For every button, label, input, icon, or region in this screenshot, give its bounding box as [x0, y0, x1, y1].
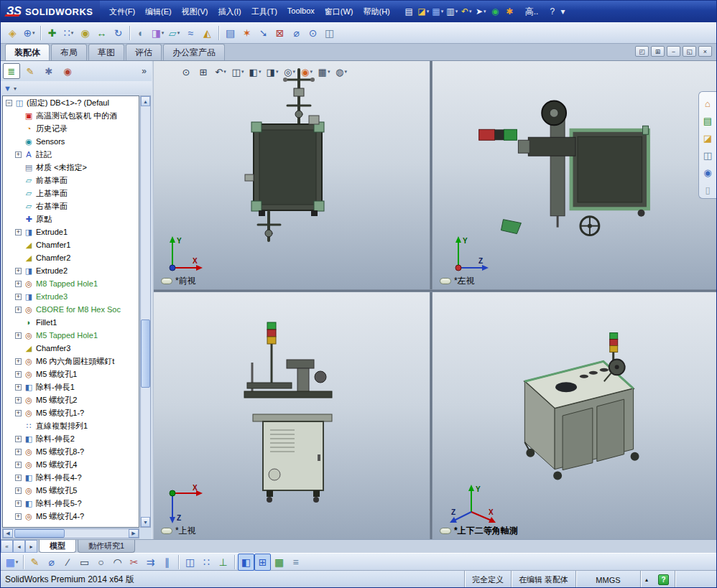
expand-icon[interactable]: +	[15, 294, 22, 300]
menu-item-5[interactable]: Toolbox	[282, 4, 320, 20]
next-tab-button[interactable]: ▸	[25, 540, 37, 553]
dropdown-arrow-icon[interactable]: ▾	[427, 9, 430, 14]
custom-properties-tab[interactable]: ▯	[701, 183, 714, 196]
tree-item[interactable]: ◗Fillet1	[3, 316, 139, 329]
tree-item[interactable]: ◢Chamfer1	[3, 238, 139, 251]
open-document-button[interactable]: ◪▾	[417, 4, 430, 19]
scroll-up-icon[interactable]: ▲	[141, 96, 150, 106]
options-button[interactable]: ✱	[503, 4, 517, 19]
viewport-splitter-vertical[interactable]	[430, 61, 432, 539]
dropdown-arrow-icon[interactable]: ▾	[162, 30, 165, 36]
expand-icon[interactable]: +	[15, 500, 22, 507]
command-tab-2[interactable]: 草图	[88, 44, 124, 60]
dropdown-arrow-icon[interactable]: ▾	[71, 30, 74, 36]
new-document-button[interactable]: ▤	[402, 4, 416, 19]
expand-icon[interactable]: +	[15, 397, 22, 403]
dropdown-arrow-icon[interactable]: ▾	[177, 30, 180, 36]
tree-item[interactable]: +◧除料-伸長4-?	[3, 471, 139, 484]
menu-item-4[interactable]: 工具(T)	[246, 4, 282, 20]
four-view-button[interactable]: ⊞	[254, 554, 271, 571]
help-button[interactable]: ? ▾	[550, 4, 570, 19]
zoom-to-fit-button[interactable]: ⊙	[178, 64, 194, 80]
convert-entities-button[interactable]: ⇉	[142, 554, 159, 571]
menu-item-7[interactable]: 帮助(H)	[358, 4, 394, 20]
scroll-thumb[interactable]	[14, 529, 65, 538]
minimize-window-button[interactable]: −	[667, 46, 680, 57]
expand-icon[interactable]: +	[15, 332, 22, 339]
bill-of-materials-button[interactable]: ▤	[222, 24, 239, 42]
expand-icon[interactable]: +	[15, 449, 22, 455]
expand-icon[interactable]: +	[15, 475, 22, 481]
explode-line-sketch-button[interactable]: ➘	[255, 24, 272, 42]
tree-item[interactable]: +◧除料-伸長2	[3, 432, 139, 445]
menu-item-0[interactable]: 文件(F)	[104, 4, 140, 20]
tree-item[interactable]: +◨Extrude2	[3, 264, 139, 277]
collapse-icon[interactable]: −	[6, 100, 12, 106]
displaymanager-tab[interactable]: ◉	[59, 63, 76, 79]
featuremanager-tab[interactable]: ≣	[3, 63, 20, 79]
tree-item[interactable]: ∷直線複製排列1	[3, 419, 139, 432]
insert-components-button[interactable]: ⊕▾	[21, 24, 37, 42]
tree-item[interactable]: ◉Sensors	[3, 135, 139, 148]
quick-tips-help-icon[interactable]: ?	[658, 574, 669, 585]
curves-button[interactable]: ≈	[182, 24, 199, 42]
tree-item[interactable]: +◎CBORE for M8 Hex Soc	[3, 303, 139, 316]
bottom-tab-1[interactable]: 動作研究1	[78, 540, 135, 553]
panel-overflow-button[interactable]: »	[142, 66, 149, 76]
tree-item[interactable]: −◫(固定) DB<1>-? (Defaul	[3, 96, 139, 109]
tree-item[interactable]: +◎M5 螺纹孔4-?	[3, 510, 139, 523]
tree-item[interactable]: +◧除料-伸長5-?	[3, 497, 139, 510]
scroll-track[interactable]	[13, 529, 129, 538]
rotate-component-button[interactable]: ↻	[110, 24, 126, 42]
tree-item[interactable]: +◎M5 Tapped Hole1	[3, 329, 139, 342]
cascade-windows-button[interactable]: ◰	[635, 46, 649, 57]
mate-button[interactable]: ✚	[44, 24, 60, 42]
first-tab-button[interactable]: «	[1, 540, 13, 553]
command-tab-3[interactable]: 评估	[126, 44, 162, 60]
tree-item[interactable]: ◔历史记录	[3, 122, 139, 135]
dropdown-arrow-icon[interactable]: ▾	[469, 9, 472, 14]
scroll-thumb[interactable]	[141, 319, 150, 388]
instant3d-button[interactable]: ◭	[199, 24, 216, 42]
tree-item[interactable]: +◨Extrude1	[3, 225, 139, 238]
trim-entities-button[interactable]: ✂	[126, 554, 142, 571]
select-button[interactable]: ➤▾	[474, 4, 488, 19]
circle-tool-button[interactable]: ○	[93, 554, 109, 571]
menu-item-1[interactable]: 编辑(E)	[140, 4, 177, 20]
edit-appearance-button[interactable]: ◉▾	[299, 64, 315, 80]
reference-geometry-button[interactable]: ▱▾	[166, 24, 182, 42]
section-view-button[interactable]: ◫▾	[230, 64, 246, 80]
smart-dimension-button[interactable]: ⌀	[43, 554, 60, 571]
linear-component-pattern-button[interactable]: ∷▾	[60, 24, 77, 42]
command-tab-0[interactable]: 装配体	[5, 44, 50, 60]
arc-tool-button[interactable]: ◠	[109, 554, 126, 571]
dropdown-arrow-icon[interactable]: ▾	[32, 30, 35, 36]
configurationmanager-tab[interactable]: ✱	[40, 63, 57, 79]
mirror-entities-button[interactable]: ◫	[182, 554, 198, 571]
edit-component-button[interactable]: ◈	[4, 24, 21, 42]
dropdown-arrow-icon[interactable]: ▾	[292, 69, 295, 75]
move-component-button[interactable]: ↔	[93, 24, 110, 42]
dropdown-arrow-icon[interactable]: ▾	[259, 69, 262, 75]
solidworks-resources-tab[interactable]: ⌂	[701, 97, 714, 110]
hide-show-items-button[interactable]: ◎▾	[282, 64, 297, 80]
tree-horizontal-scrollbar[interactable]: ◀ ▶	[2, 528, 139, 538]
appearances-scenes-tab[interactable]: ◉	[701, 166, 714, 179]
expand-icon[interactable]: +	[15, 358, 22, 365]
tree-item[interactable]: ▣高温测试包装机 中的酒	[3, 109, 139, 122]
grid-snap-button[interactable]: ▦	[271, 554, 287, 571]
apply-scene-button[interactable]: ▦▾	[316, 64, 332, 80]
save-button[interactable]: ▦▾	[4, 554, 20, 571]
propertymanager-tab[interactable]: ✎	[22, 63, 39, 79]
linear-sketch-pattern-button[interactable]: ∷	[198, 554, 215, 571]
tree-item[interactable]: ✚原點	[3, 213, 139, 225]
tree-item[interactable]: +A註記	[3, 148, 139, 161]
dropdown-arrow-icon[interactable]: ▾	[455, 9, 458, 14]
tree-item[interactable]: +◎M6 內六角圆柱頭螺釘t	[3, 355, 139, 368]
tree-item[interactable]: +◨Extrude3	[3, 290, 139, 303]
expand-icon[interactable]: +	[15, 229, 22, 235]
mass-properties-button[interactable]: ⊙	[305, 24, 321, 42]
expand-icon[interactable]: +	[15, 462, 22, 468]
command-tab-1[interactable]: 布局	[51, 44, 87, 60]
dropdown-arrow-icon[interactable]: ▾	[310, 69, 313, 75]
